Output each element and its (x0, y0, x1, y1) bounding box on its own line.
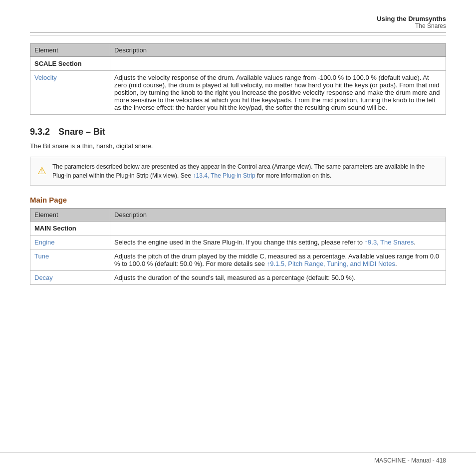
engine-description: Selects the engine used in the Snare Plu… (110, 236, 446, 249)
scale-section-row: SCALE Section (30, 57, 446, 71)
velocity-row: Velocity Adjusts the velocity response o… (30, 71, 446, 115)
velocity-link[interactable]: Velocity (34, 74, 57, 81)
notice-text-after: for more information on this. (255, 172, 332, 179)
page-header: Using the Drumsynths The Snares (30, 15, 446, 33)
tune-element: Tune (30, 249, 110, 271)
page-footer: MASCHINE - Manual - 418 (0, 453, 476, 464)
section-932-intro: The Bit snare is a thin, harsh, digital … (30, 142, 446, 150)
scale-section-label: SCALE Section (30, 57, 110, 71)
decay-link[interactable]: Decay (34, 274, 53, 281)
tune-ref-link[interactable]: ↑9.1.5, Pitch Range, Tuning, and MIDI No… (267, 260, 395, 267)
header-title: Using the Drumsynths (30, 15, 446, 22)
table2-col2-header: Description (110, 209, 446, 222)
engine-ref-link[interactable]: ↑9.3, The Snares (365, 238, 414, 246)
tune-link[interactable]: Tune (34, 252, 49, 260)
velocity-element: Velocity (30, 71, 110, 115)
main-section-row: MAIN Section (30, 222, 446, 236)
notice-icon: ⚠ (37, 163, 46, 178)
engine-row: Engine Selects the engine used in the Sn… (30, 236, 446, 249)
scale-table: Element Description SCALE Section Veloci… (30, 43, 446, 115)
notice-box: ⚠ The parameters described below are pre… (30, 157, 446, 186)
notice-link[interactable]: ↑13.4, The Plug-in Strip (193, 172, 255, 179)
decay-description: Adjusts the duration of the sound's tail… (110, 271, 446, 285)
table2-col1-header: Element (30, 209, 110, 222)
engine-desc-before: Selects the engine used in the Snare Plu… (114, 238, 365, 246)
tune-desc-after: . (395, 260, 397, 267)
tune-row: Tune Adjusts the pitch of the drum playe… (30, 249, 446, 271)
decay-element: Decay (30, 271, 110, 285)
table1-col1-header: Element (30, 44, 110, 57)
decay-row: Decay Adjusts the duration of the sound'… (30, 271, 446, 285)
main-section-label: MAIN Section (30, 222, 110, 236)
main-page-heading: Main Page (30, 196, 446, 204)
table1-col2-header: Description (110, 44, 446, 57)
notice-text: The parameters described below are prese… (52, 162, 439, 180)
section-932-title: Snare – Bit (58, 127, 105, 137)
main-table: Element Description MAIN Section Engine … (30, 208, 446, 285)
engine-link[interactable]: Engine (34, 238, 54, 246)
header-subtitle: The Snares (30, 22, 446, 29)
section-932-number: 9.3.2 (30, 127, 50, 137)
tune-description: Adjusts the pitch of the drum played by … (110, 249, 446, 271)
engine-desc-after: . (414, 238, 416, 246)
engine-element: Engine (30, 236, 110, 249)
velocity-description: Adjusts the velocity response of the dru… (110, 71, 446, 115)
footer-right: MASCHINE - Manual - 418 (374, 457, 446, 464)
section-932-heading: 9.3.2 Snare – Bit (30, 127, 446, 137)
